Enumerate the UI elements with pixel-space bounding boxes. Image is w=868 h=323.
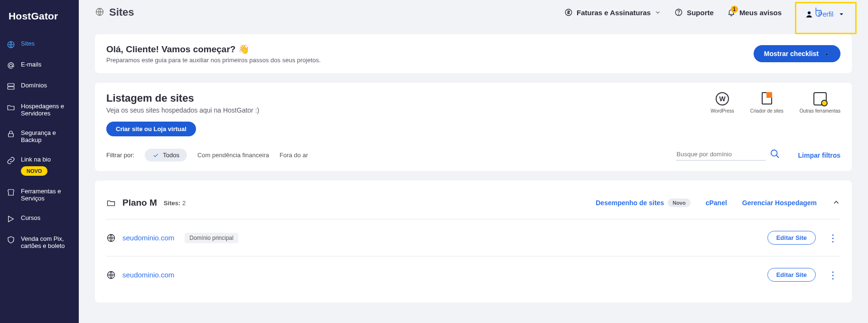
listing-subtitle: Veja os seus sites hospedados aqui na Ho… <box>106 106 259 114</box>
sidebar-item-label: Venda com Pix, cartões e boleto <box>21 236 72 250</box>
search-icon[interactable] <box>770 149 780 161</box>
create-site-button[interactable]: Criar site ou Loja virtual <box>106 122 196 136</box>
svg-point-8 <box>679 14 679 14</box>
checklist-button-label: Mostrar checklist <box>764 50 819 57</box>
quick-site-builder[interactable]: Criador de sites <box>750 92 784 114</box>
edit-site-button[interactable]: Editar Site <box>767 231 816 245</box>
plan-site-count: Sites: 2 <box>164 200 186 207</box>
sidebar-item-hosting[interactable]: Hospedagens e Servidores <box>0 97 79 124</box>
main-content: Sites Faturas e Assinaturas Suporte 1 Me… <box>79 0 868 323</box>
topbar-right: Faturas e Assinaturas Suporte 1 Meus avi… <box>564 0 857 28</box>
globe-icon <box>95 7 104 18</box>
sidebar-item-label: Domínios <box>21 82 47 89</box>
quick-actions: W WordPress Criador de sites Outras ferr… <box>711 92 840 114</box>
sidebar-item-linkbio[interactable]: Link na bio NOVO <box>0 150 79 182</box>
support-label: Suporte <box>687 9 714 17</box>
quick-other-tools[interactable]: Outras ferramentas <box>800 92 840 114</box>
sidebar-item-tools[interactable]: Ferramentas e Serviços <box>0 182 79 209</box>
svg-point-9 <box>808 11 811 14</box>
lock-icon <box>7 130 15 138</box>
chevron-up-icon <box>823 50 830 57</box>
sidebar-item-label: Segurança e Backup <box>21 130 72 144</box>
manage-hosting-link[interactable]: Gerenciar Hospedagem <box>742 199 817 207</box>
site-domain-link[interactable]: seudominio.com <box>122 234 174 242</box>
site-domain-link[interactable]: seudominio.com <box>122 271 174 279</box>
svg-rect-4 <box>9 133 14 137</box>
tools-icon <box>813 92 827 105</box>
filter-by-label: Filtrar por: <box>106 152 134 159</box>
notices-label: Meus avisos <box>739 9 782 17</box>
help-icon <box>674 8 683 17</box>
more-menu[interactable]: ⋮ <box>825 269 840 281</box>
sidebar-item-emails[interactable]: E-mails <box>0 55 79 76</box>
sidebar-item-payments[interactable]: Venda com Pix, cartões e boleto <box>0 229 79 256</box>
profile-menu[interactable]: Perfil <box>795 2 857 34</box>
chevron-up-icon <box>832 198 840 207</box>
sidebar-item-label: Hospedagens e Servidores <box>21 103 72 117</box>
document-icon <box>760 92 774 105</box>
sidebar-item-label: E-mails <box>21 61 41 68</box>
sidebar-item-sites[interactable]: Sites <box>0 34 79 55</box>
svg-point-1 <box>9 64 12 67</box>
shield-icon <box>7 236 15 244</box>
welcome-text: Olá, Cliente! Vamos começar? 👋 Preparamo… <box>106 44 321 64</box>
cursor-indicator <box>812 6 823 21</box>
search-wrap <box>676 150 766 161</box>
listing-text: Listagem de sites Veja os seus sites hos… <box>106 92 259 136</box>
listing-title: Listagem de sites <box>106 92 259 104</box>
sidebar-item-courses[interactable]: Cursos <box>0 209 79 229</box>
svg-point-10 <box>771 150 777 156</box>
notices-link[interactable]: 1 Meus avisos <box>727 8 782 17</box>
cpanel-link[interactable]: cPanel <box>706 199 727 207</box>
performance-label: Desempenho de sites <box>596 199 664 207</box>
topbar: Sites Faturas e Assinaturas Suporte 1 Me… <box>79 0 868 25</box>
filters-right: Limpar filtros <box>676 150 840 161</box>
sidebar-item-label: Sites <box>21 40 35 48</box>
builder-label: Criador de sites <box>750 108 784 114</box>
search-input[interactable] <box>676 150 766 158</box>
filter-all[interactable]: Todos <box>145 149 187 162</box>
plan-info: Plano M Sites: 2 <box>106 198 186 208</box>
filter-offline[interactable]: Fora do ar <box>280 152 308 159</box>
sites-listing-card: Listagem de sites Veja os seus sites hos… <box>95 83 852 171</box>
clear-filters-link[interactable]: Limpar filtros <box>798 152 840 159</box>
page-title: Sites <box>109 6 134 19</box>
collapse-toggle[interactable] <box>832 198 840 208</box>
billing-menu[interactable]: Faturas e Assinaturas <box>564 8 661 17</box>
plan-card: Plano M Sites: 2 Desempenho de sites Nov… <box>95 180 852 303</box>
site-row: seudominio.com Domínio principal Editar … <box>106 219 840 256</box>
show-checklist-button[interactable]: Mostrar checklist <box>754 45 840 62</box>
chevron-down-icon <box>654 9 661 16</box>
plan-name: Plano M <box>122 198 157 208</box>
wordpress-label: WordPress <box>711 108 734 114</box>
server-icon <box>7 82 15 91</box>
edit-site-button[interactable]: Editar Site <box>767 268 816 282</box>
listing-header: Listagem de sites Veja os seus sites hos… <box>106 92 840 136</box>
primary-domain-tag: Domínio principal <box>185 233 238 243</box>
tools-label: Outras ferramentas <box>800 108 840 114</box>
more-menu[interactable]: ⋮ <box>825 232 840 244</box>
folder-icon <box>7 103 15 112</box>
support-link[interactable]: Suporte <box>674 8 714 17</box>
billing-label: Faturas e Assinaturas <box>577 9 651 17</box>
site-performance-link[interactable]: Desempenho de sites Novo <box>596 199 690 207</box>
site-actions: Editar Site ⋮ <box>767 268 840 282</box>
sidebar-item-label: Link na bio NOVO <box>21 156 51 176</box>
chevron-down-icon <box>838 11 845 18</box>
filter-pending[interactable]: Com pendência financeira <box>197 152 269 159</box>
site-info: seudominio.com <box>106 270 174 280</box>
sidebar-item-label: Ferramentas e Serviços <box>21 188 72 202</box>
filter-all-label: Todos <box>163 152 179 159</box>
sidebar-item-domains[interactable]: Domínios <box>0 76 79 97</box>
folder-icon <box>106 198 116 208</box>
sidebar-item-security[interactable]: Segurança e Backup <box>0 124 79 150</box>
dollar-icon <box>564 8 573 17</box>
link-icon <box>7 156 15 165</box>
welcome-title: Olá, Cliente! Vamos começar? 👋 <box>106 44 321 55</box>
site-row: seudominio.com Editar Site ⋮ <box>106 256 840 293</box>
store-icon <box>7 188 15 197</box>
play-icon <box>7 215 15 223</box>
brand-logo: HostGator <box>0 9 79 34</box>
quick-wordpress[interactable]: W WordPress <box>711 92 734 114</box>
globe-icon <box>7 40 15 49</box>
